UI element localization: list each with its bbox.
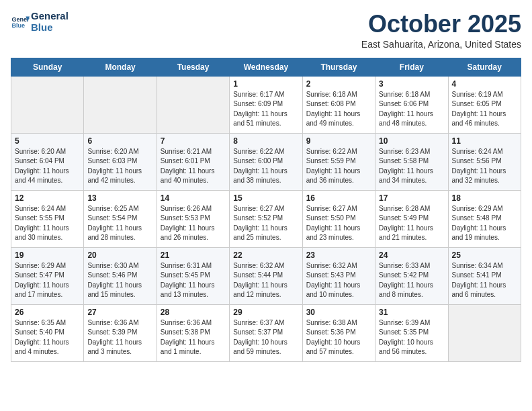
day-info: Sunrise: 6:34 AM Sunset: 5:41 PM Dayligh… (452, 261, 517, 300)
title-block: October 2025 East Sahuarita, Arizona, Un… (361, 11, 521, 50)
calendar-cell: 13Sunrise: 6:25 AM Sunset: 5:54 PM Dayli… (84, 190, 157, 247)
weekday-header-tuesday: Tuesday (157, 58, 229, 76)
day-number: 13 (87, 193, 152, 203)
svg-text:Blue: Blue (11, 21, 25, 28)
calendar-cell: 20Sunrise: 6:30 AM Sunset: 5:46 PM Dayli… (84, 247, 157, 304)
weekday-header-row: SundayMondayTuesdayWednesdayThursdayFrid… (11, 58, 521, 76)
day-number: 2 (306, 79, 371, 89)
day-number: 31 (379, 308, 444, 317)
calendar-cell: 5Sunrise: 6:20 AM Sunset: 6:04 PM Daylig… (11, 133, 84, 190)
calendar-cell: 29Sunrise: 6:37 AM Sunset: 5:37 PM Dayli… (230, 304, 302, 361)
day-number: 21 (161, 250, 226, 260)
day-info: Sunrise: 6:20 AM Sunset: 6:04 PM Dayligh… (15, 147, 80, 186)
day-number: 24 (379, 250, 444, 260)
day-number: 14 (161, 193, 226, 203)
day-info: Sunrise: 6:22 AM Sunset: 6:00 PM Dayligh… (233, 147, 298, 186)
calendar-cell: 6Sunrise: 6:20 AM Sunset: 6:03 PM Daylig… (84, 133, 157, 190)
day-info: Sunrise: 6:19 AM Sunset: 6:05 PM Dayligh… (452, 90, 517, 129)
weekday-header-sunday: Sunday (11, 58, 84, 76)
day-number: 28 (161, 308, 226, 317)
day-info: Sunrise: 6:22 AM Sunset: 5:59 PM Dayligh… (306, 147, 371, 186)
calendar-cell (448, 304, 521, 361)
calendar-cell: 19Sunrise: 6:29 AM Sunset: 5:47 PM Dayli… (11, 247, 84, 304)
calendar-cell (11, 76, 84, 133)
day-number: 26 (15, 308, 80, 317)
month-title: October 2025 (361, 11, 521, 38)
calendar-cell: 8Sunrise: 6:22 AM Sunset: 6:00 PM Daylig… (230, 133, 302, 190)
calendar-cell: 30Sunrise: 6:38 AM Sunset: 5:36 PM Dayli… (302, 304, 375, 361)
day-info: Sunrise: 6:29 AM Sunset: 5:47 PM Dayligh… (15, 261, 80, 300)
day-info: Sunrise: 6:37 AM Sunset: 5:37 PM Dayligh… (233, 318, 298, 357)
day-number: 27 (87, 308, 152, 317)
calendar-week-3: 12Sunrise: 6:24 AM Sunset: 5:55 PM Dayli… (11, 190, 521, 247)
day-info: Sunrise: 6:33 AM Sunset: 5:42 PM Dayligh… (379, 261, 444, 300)
day-info: Sunrise: 6:26 AM Sunset: 5:53 PM Dayligh… (161, 204, 226, 243)
day-info: Sunrise: 6:27 AM Sunset: 5:52 PM Dayligh… (233, 204, 298, 243)
weekday-header-thursday: Thursday (302, 58, 375, 76)
calendar-cell: 27Sunrise: 6:36 AM Sunset: 5:39 PM Dayli… (84, 304, 157, 361)
day-info: Sunrise: 6:28 AM Sunset: 5:49 PM Dayligh… (379, 204, 444, 243)
day-number: 29 (233, 308, 298, 317)
calendar-cell: 23Sunrise: 6:32 AM Sunset: 5:43 PM Dayli… (302, 247, 375, 304)
day-number: 15 (233, 193, 298, 203)
calendar-cell: 9Sunrise: 6:22 AM Sunset: 5:59 PM Daylig… (302, 133, 375, 190)
calendar-cell: 16Sunrise: 6:27 AM Sunset: 5:50 PM Dayli… (302, 190, 375, 247)
calendar-cell: 14Sunrise: 6:26 AM Sunset: 5:53 PM Dayli… (157, 190, 229, 247)
day-info: Sunrise: 6:36 AM Sunset: 5:38 PM Dayligh… (161, 318, 226, 357)
calendar-cell: 24Sunrise: 6:33 AM Sunset: 5:42 PM Dayli… (375, 247, 448, 304)
calendar-cell: 18Sunrise: 6:29 AM Sunset: 5:48 PM Dayli… (448, 190, 521, 247)
day-info: Sunrise: 6:18 AM Sunset: 6:08 PM Dayligh… (306, 90, 371, 129)
day-info: Sunrise: 6:36 AM Sunset: 5:39 PM Dayligh… (87, 318, 152, 357)
logo-icon: General Blue (11, 13, 30, 32)
calendar-cell: 25Sunrise: 6:34 AM Sunset: 5:41 PM Dayli… (448, 247, 521, 304)
day-info: Sunrise: 6:24 AM Sunset: 5:56 PM Dayligh… (452, 147, 517, 186)
day-info: Sunrise: 6:24 AM Sunset: 5:55 PM Dayligh… (15, 204, 80, 243)
day-number: 12 (15, 193, 80, 203)
calendar-cell: 11Sunrise: 6:24 AM Sunset: 5:56 PM Dayli… (448, 133, 521, 190)
page-header: General Blue General Blue October 2025 E… (11, 11, 521, 50)
day-number: 16 (306, 193, 371, 203)
calendar-cell: 12Sunrise: 6:24 AM Sunset: 5:55 PM Dayli… (11, 190, 84, 247)
day-number: 4 (452, 79, 517, 89)
calendar-week-5: 26Sunrise: 6:35 AM Sunset: 5:40 PM Dayli… (11, 304, 521, 361)
day-info: Sunrise: 6:32 AM Sunset: 5:43 PM Dayligh… (306, 261, 371, 300)
day-info: Sunrise: 6:39 AM Sunset: 5:35 PM Dayligh… (379, 318, 444, 357)
day-info: Sunrise: 6:29 AM Sunset: 5:48 PM Dayligh… (452, 204, 517, 243)
weekday-header-wednesday: Wednesday (230, 58, 302, 76)
day-info: Sunrise: 6:21 AM Sunset: 6:01 PM Dayligh… (161, 147, 226, 186)
calendar-cell (84, 76, 157, 133)
weekday-header-saturday: Saturday (448, 58, 521, 76)
day-number: 10 (379, 136, 444, 146)
logo: General Blue General Blue (11, 11, 69, 33)
calendar-cell: 15Sunrise: 6:27 AM Sunset: 5:52 PM Dayli… (230, 190, 302, 247)
day-number: 20 (87, 250, 152, 260)
day-info: Sunrise: 6:18 AM Sunset: 6:06 PM Dayligh… (379, 90, 444, 129)
day-info: Sunrise: 6:25 AM Sunset: 5:54 PM Dayligh… (87, 204, 152, 243)
calendar-cell: 17Sunrise: 6:28 AM Sunset: 5:49 PM Dayli… (375, 190, 448, 247)
weekday-header-monday: Monday (84, 58, 157, 76)
calendar-cell (157, 76, 229, 133)
calendar-cell: 10Sunrise: 6:23 AM Sunset: 5:58 PM Dayli… (375, 133, 448, 190)
calendar-cell: 3Sunrise: 6:18 AM Sunset: 6:06 PM Daylig… (375, 76, 448, 133)
calendar-cell: 28Sunrise: 6:36 AM Sunset: 5:38 PM Dayli… (157, 304, 229, 361)
day-number: 7 (161, 136, 226, 146)
day-number: 23 (306, 250, 371, 260)
day-number: 30 (306, 308, 371, 317)
day-info: Sunrise: 6:23 AM Sunset: 5:58 PM Dayligh… (379, 147, 444, 186)
calendar-cell: 22Sunrise: 6:32 AM Sunset: 5:44 PM Dayli… (230, 247, 302, 304)
calendar-cell: 1Sunrise: 6:17 AM Sunset: 6:09 PM Daylig… (230, 76, 302, 133)
calendar-cell: 31Sunrise: 6:39 AM Sunset: 5:35 PM Dayli… (375, 304, 448, 361)
day-number: 1 (233, 79, 298, 89)
calendar-table: SundayMondayTuesdayWednesdayThursdayFrid… (11, 58, 521, 362)
logo-blue: Blue (31, 22, 69, 34)
logo-general: General (31, 11, 69, 22)
day-number: 9 (306, 136, 371, 146)
calendar-cell: 4Sunrise: 6:19 AM Sunset: 6:05 PM Daylig… (448, 76, 521, 133)
day-number: 25 (452, 250, 517, 260)
day-number: 6 (87, 136, 152, 146)
day-info: Sunrise: 6:35 AM Sunset: 5:40 PM Dayligh… (15, 318, 80, 357)
location-text: East Sahuarita, Arizona, United States (361, 39, 521, 50)
day-number: 17 (379, 193, 444, 203)
day-info: Sunrise: 6:27 AM Sunset: 5:50 PM Dayligh… (306, 204, 371, 243)
calendar-cell: 2Sunrise: 6:18 AM Sunset: 6:08 PM Daylig… (302, 76, 375, 133)
